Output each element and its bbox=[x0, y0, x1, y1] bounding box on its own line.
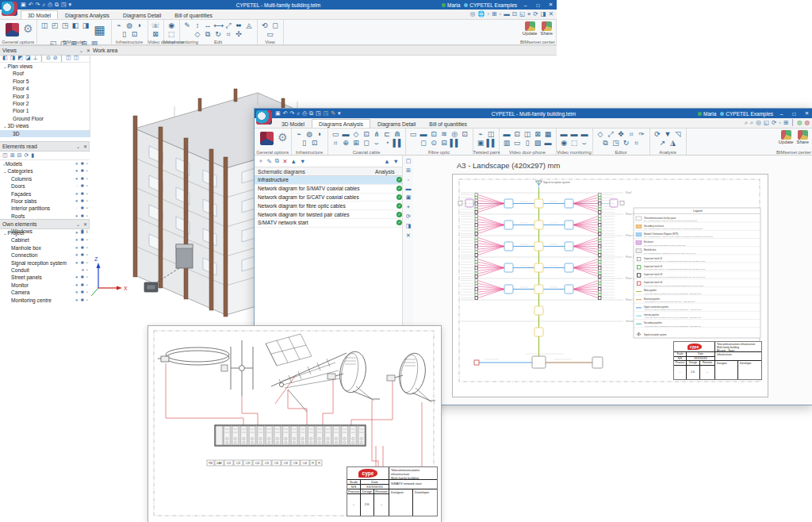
tree-item-doors[interactable]: Doors◌✱▪ bbox=[0, 182, 90, 190]
antenna-sheet-window[interactable]: FM DAB C21 C22 C23 C24 C25 C31 C32 C36 C… bbox=[147, 325, 442, 522]
minimize-button[interactable]: – bbox=[521, 2, 530, 8]
settings-gear-icon[interactable]: ⚙ bbox=[23, 21, 33, 38]
front-titlebar[interactable]: ▣↶↷⌕⎙⧉◳◳✎▾ CYPETEL - Multi-family buildi… bbox=[255, 109, 812, 118]
zoom-icon[interactable]: ⌕ bbox=[297, 110, 300, 117]
update-button[interactable]: Update bbox=[779, 130, 794, 144]
user-chip[interactable]: Maria bbox=[698, 111, 716, 117]
tab-diagrams-analysis[interactable]: Diagrams Analysis bbox=[59, 11, 116, 19]
cype-logo-icon[interactable] bbox=[260, 132, 274, 145]
qat-menu-icon[interactable]: ▾ bbox=[338, 110, 341, 117]
group-video-door-phone[interactable]: ▬⊡◫⊠▦ ▥▭▯▨▬ Video door-phone bbox=[500, 129, 557, 155]
tree-group-models[interactable]: ›Models ●✱▪ bbox=[0, 160, 90, 167]
close-button[interactable]: ✕ bbox=[546, 2, 555, 8]
maximize-button[interactable]: □ bbox=[534, 2, 542, 8]
sort-down-icon[interactable]: ▼ bbox=[393, 158, 399, 165]
tree-item-camera[interactable]: Camera●✱▪ bbox=[0, 289, 90, 296]
zoom-icon[interactable]: ⌕ bbox=[42, 2, 45, 8]
group-general-options[interactable]: ⚙ General options bbox=[255, 129, 292, 155]
user-chip[interactable]: Maria bbox=[442, 2, 460, 8]
redo-icon[interactable]: ↷ bbox=[290, 110, 295, 117]
tree-item-floor3[interactable]: Floor 3 bbox=[0, 93, 90, 100]
elements-read-header[interactable]: Elements read ⌄✕ bbox=[0, 141, 90, 152]
a3-sheet[interactable]: Roof Floor 5 Floor 4 Floor 3 Floor 2 Flo… bbox=[452, 174, 768, 397]
delete-icon[interactable]: ✕ bbox=[282, 158, 287, 165]
maximize-button[interactable]: □ bbox=[790, 111, 799, 117]
tree-item-floor-slabs[interactable]: Floor slabs●✱▪ bbox=[0, 198, 90, 205]
group-general-options[interactable]: ⚙ General options bbox=[0, 20, 37, 44]
group-video-monitoring[interactable]: ◉⬚ Video monitoring bbox=[164, 20, 180, 44]
tree-item-manhole-box[interactable]: Manhole box●✱▪ bbox=[0, 244, 90, 251]
schematic-row[interactable]: S/MATV network start✓ bbox=[255, 219, 402, 228]
tree-item-monitor[interactable]: Monitor●✱▪ bbox=[0, 282, 90, 289]
duplicate-icon[interactable]: ⧉ bbox=[275, 157, 279, 165]
group-bimserver[interactable]: Update Share BIMserver.center bbox=[519, 20, 557, 44]
tree-item-floor2[interactable]: Floor 2 bbox=[0, 100, 90, 107]
schematic-row[interactable]: Network diagram for S/CATV coaxial cable… bbox=[255, 194, 402, 202]
sort-up-icon[interactable]: ▲ bbox=[384, 158, 389, 165]
share-button[interactable]: Share bbox=[541, 21, 553, 36]
cype-logo-icon[interactable] bbox=[6, 23, 19, 36]
tree-item-roof[interactable]: Roof bbox=[0, 70, 90, 77]
schematic-row[interactable]: Network diagram for S/MATV coaxial cable… bbox=[255, 185, 402, 194]
group-infrastructure[interactable]: ⌁◍◗ ▯⊡ Infrastructure bbox=[112, 20, 148, 44]
minimize-button[interactable]: – bbox=[777, 111, 786, 117]
print-icon[interactable]: ⎙ bbox=[302, 110, 307, 117]
schematic-row[interactable]: Network diagram for fibre optic cables✓ bbox=[255, 202, 402, 210]
tree-item-ground-floor[interactable]: Ground Floor bbox=[0, 115, 90, 122]
tab-bill-of-quantities[interactable]: Bill of quantities bbox=[168, 11, 219, 19]
tree-item-connection[interactable]: Connection●✱▪ bbox=[0, 251, 90, 259]
quick-access-toolbar[interactable]: ▣↶↷⌕⎙⧉◳◳✎▾ bbox=[275, 110, 341, 117]
collapse-icon[interactable]: ⌄ bbox=[76, 221, 80, 227]
tree-item-floor4[interactable]: Floor 4 bbox=[0, 85, 90, 92]
tab-bill-of-quantities[interactable]: Bill of quantities bbox=[423, 120, 473, 128]
qat-menu-icon[interactable]: ▾ bbox=[69, 2, 72, 8]
tree-item-columns[interactable]: Columns●✱▪ bbox=[0, 175, 90, 182]
group-twisted-pairs[interactable]: ⌁◫ ▣▌▌ Twisted pairs bbox=[473, 129, 500, 155]
group-analysis[interactable]: ⟳▼◹ ↗◮ Analysis bbox=[650, 129, 687, 155]
copy-icon[interactable]: ⧉ bbox=[55, 2, 59, 8]
schematic-row[interactable]: Infrastructure✓ bbox=[255, 176, 402, 185]
back-titlebar[interactable]: ▣↶↷⌕⎙⧉◳▾ CYPETEL - Multi-family building… bbox=[0, 0, 557, 10]
tree-item-floor5[interactable]: Floor 5 bbox=[0, 78, 90, 85]
tree-item-cabinet[interactable]: Cabinet●✱▪ bbox=[0, 236, 90, 244]
manhole-3d[interactable] bbox=[144, 282, 158, 292]
diagram-work-area[interactable]: A3 - Landscape (420x297) mm bbox=[413, 155, 812, 405]
check-icon[interactable]: ◳ bbox=[324, 110, 329, 117]
save-icon[interactable]: ▣ bbox=[275, 110, 281, 117]
tab-3d-model[interactable]: 3D Model bbox=[21, 10, 58, 19]
view-tools[interactable]: ◎🌐▫⊞◦▬⊡◱⌖⟳◨✕ bbox=[470, 10, 553, 18]
tree-group-project[interactable]: ⌄Project ●✱▪ bbox=[0, 229, 90, 236]
copy-icon[interactable]: ⧉ bbox=[309, 110, 313, 117]
collapse-icon[interactable]: ⌄ bbox=[79, 48, 83, 53]
group-video-monitoring[interactable]: ▬▬▬ ◉⬚⌣ Video monitoring bbox=[557, 129, 593, 155]
move-down-icon[interactable]: ▼ bbox=[300, 158, 305, 165]
save-icon[interactable]: ▣ bbox=[21, 2, 26, 8]
group-video-door-phone[interactable]: ☏⊠ Video door-phone bbox=[148, 20, 164, 44]
account-chip[interactable]: CYPETEL Examples bbox=[464, 2, 517, 8]
tree-item-monitoring-centre[interactable]: Monitoring centre●✱▪ bbox=[0, 297, 90, 304]
group-editor[interactable]: ◇⤢✥⌗✑ ⧉◳↻⌗ Editor bbox=[593, 129, 650, 155]
edit-icon[interactable]: ◳ bbox=[316, 110, 321, 117]
tree-item-floor1[interactable]: Floor 1 bbox=[0, 107, 90, 114]
elements-read-toolbar[interactable]: ◫⊞⊟⟳▮ bbox=[0, 152, 90, 160]
tree-group-categories[interactable]: ⌄Categories ●✱▪ bbox=[0, 167, 90, 175]
tab-diagrams-detail[interactable]: Diagrams Detail bbox=[117, 11, 167, 19]
tree-item-street-panels[interactable]: Street panels●✱▪ bbox=[0, 274, 90, 281]
schematic-row[interactable]: Network diagram for twisted pair cables✓ bbox=[255, 210, 402, 219]
own-elements-header[interactable]: Own elements ⌄✕ bbox=[0, 219, 90, 229]
undo-icon[interactable]: ↶ bbox=[283, 110, 288, 117]
tree-item-signal-reception-system[interactable]: Signal reception system●✱▪ bbox=[0, 259, 90, 267]
print-icon[interactable]: ⎙ bbox=[48, 2, 52, 8]
edit-icon[interactable]: ◳ bbox=[61, 2, 67, 8]
group-infrastructure[interactable]: ⌁◍◗ ▯⊡ Infrastructure bbox=[292, 129, 328, 155]
schematic-list-toolbar[interactable]: ＋✎⧉✕▲▼ ▲▼ bbox=[255, 155, 402, 167]
undo-icon[interactable]: ↶ bbox=[29, 2, 33, 8]
tab-diagrams-detail[interactable]: Diagrams Detail bbox=[371, 120, 422, 128]
pencil-icon[interactable]: ✎ bbox=[331, 110, 335, 117]
share-button[interactable]: Share bbox=[797, 130, 809, 144]
group-fibre-optic[interactable]: ▭▬⊡≋◎⊡ ◻⊙⊟▌▌ Fibre optic bbox=[406, 129, 473, 155]
account-chip[interactable]: CYPETEL Examples bbox=[720, 111, 773, 117]
group-view[interactable]: ⟲◻▭ View bbox=[258, 20, 284, 44]
tab-diagrams-analysis[interactable]: Diagrams Analysis bbox=[312, 119, 370, 128]
group-bimserver[interactable]: Update Share BIMserver.center bbox=[776, 129, 812, 155]
